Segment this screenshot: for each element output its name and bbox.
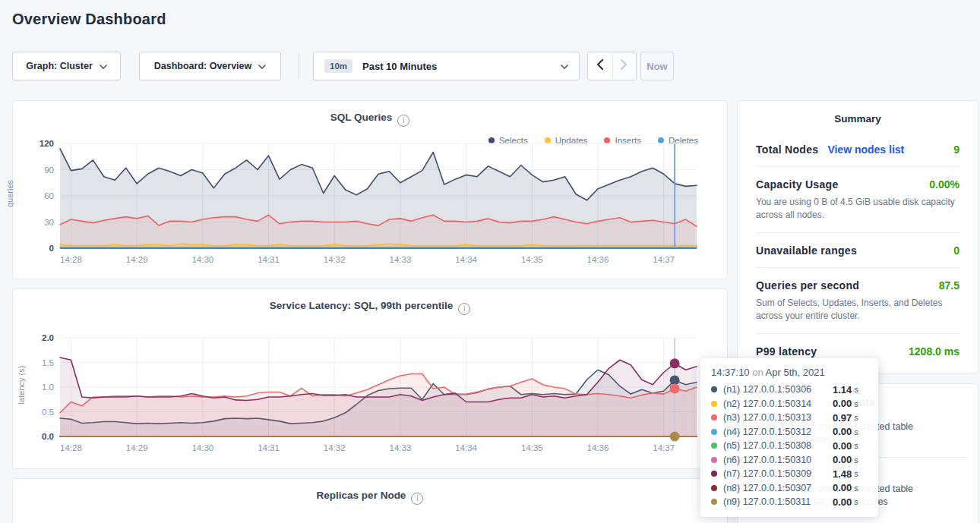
- svg-text:14:28: 14:28: [60, 443, 82, 452]
- series-dot-icon: [711, 471, 717, 477]
- summary-row-value: 87.5: [939, 279, 959, 291]
- tooltip-node-label: (n2) 127.0.0.1:50314: [723, 399, 833, 409]
- summary-row: Unavailable ranges0: [756, 232, 959, 267]
- tooltip-node-unit: s: [854, 413, 858, 422]
- summary-row-label: Queries per second: [756, 279, 859, 291]
- svg-text:0.5: 0.5: [42, 408, 54, 417]
- replicas-per-node-panel: Replicas per Nodei: [12, 478, 728, 523]
- summary-row-label: Total Nodes: [756, 143, 818, 156]
- summary-row-value: 9: [953, 143, 959, 156]
- tooltip-node-unit: s: [854, 399, 858, 408]
- svg-text:30: 30: [44, 218, 54, 227]
- svg-text:14:30: 14:30: [191, 443, 213, 452]
- series-dot-icon: [711, 429, 717, 435]
- tooltip-node-unit: s: [854, 427, 858, 436]
- summary-row: Queries per second87.5Sum of Selects, Up…: [756, 267, 959, 333]
- tooltip-node-value: 0.00: [833, 440, 852, 452]
- tooltip-row: (n9) 127.0.0.1:503110.00s: [711, 495, 868, 509]
- tooltip-row: (n5) 127.0.0.1:503080.00s: [711, 439, 868, 453]
- tooltip-node-label: (n6) 127.0.0.1:50310: [723, 455, 833, 465]
- now-button[interactable]: Now: [640, 52, 674, 80]
- info-icon[interactable]: i: [397, 115, 409, 127]
- series-dot-icon: [711, 414, 717, 421]
- chevron-down-icon: [561, 59, 568, 73]
- tooltip-row: (n6) 127.0.0.1:503100.00s: [711, 453, 868, 468]
- tooltip-row: (n8) 127.0.0.1:503070.00s: [711, 481, 868, 496]
- series-dot-icon: [711, 443, 717, 449]
- info-icon[interactable]: i: [411, 493, 423, 505]
- chevron-down-icon: [258, 59, 266, 73]
- tooltip-row: (n1) 127.0.0.1:503061.14s: [711, 383, 868, 397]
- chevron-left-icon: [596, 59, 603, 73]
- tooltip-node-label: (n9) 127.0.0.1:50311: [723, 496, 833, 507]
- page-title: Overview Dashboard: [12, 11, 166, 28]
- svg-text:2.0: 2.0: [42, 333, 54, 342]
- tooltip-node-label: (n8) 127.0.0.1:50307: [723, 483, 833, 493]
- svg-text:14:34: 14:34: [455, 255, 477, 264]
- sql-queries-panel: SQL Queriesi SelectsUpdatesInsertsDelete…: [12, 100, 728, 279]
- view-nodes-list-link[interactable]: View nodes list: [827, 143, 904, 156]
- svg-text:14:31: 14:31: [258, 255, 280, 264]
- sql-y-axis-label: queries: [5, 180, 14, 207]
- service-latency-title: Service Latency: SQL, 99th percentile: [270, 300, 454, 311]
- svg-text:14:35: 14:35: [521, 255, 543, 264]
- summary-row-description: Sum of Selects, Updates, Inserts, and De…: [756, 297, 959, 323]
- summary-row-label: Unavailable ranges: [756, 244, 857, 257]
- tooltip-row: (n3) 127.0.0.1:503130.97s: [711, 411, 868, 425]
- chart-hover-tooltip: 14:37:10 on Apr 5th, 2021 (n1) 127.0.0.1…: [700, 358, 878, 517]
- dashboard-dropdown-label: Dashboard: Overview: [154, 61, 252, 71]
- svg-text:0.0: 0.0: [42, 432, 54, 441]
- tooltip-node-unit: s: [854, 469, 858, 478]
- tooltip-node-label: (n4) 127.0.0.1:50312: [723, 427, 833, 437]
- svg-text:14:29: 14:29: [126, 443, 148, 452]
- tooltip-node-label: (n7) 127.0.0.1:50309: [723, 468, 833, 479]
- dashboard-dropdown[interactable]: Dashboard: Overview: [139, 52, 281, 80]
- tooltip-timestamp: 14:37:10 on Apr 5th, 2021: [711, 367, 868, 378]
- svg-text:1.5: 1.5: [42, 358, 54, 367]
- graph-dropdown-label: Graph: Cluster: [26, 61, 93, 71]
- tooltip-node-value: 0.97: [833, 412, 852, 424]
- prev-interval-button[interactable]: [588, 52, 612, 80]
- summary-row-value: 1208.0 ms: [909, 345, 959, 358]
- svg-text:14:32: 14:32: [324, 255, 346, 264]
- svg-text:14:37: 14:37: [653, 443, 675, 452]
- svg-text:14:31: 14:31: [258, 443, 280, 452]
- time-range-selector[interactable]: 10m Past 10 Minutes: [313, 52, 580, 80]
- svg-text:14:34: 14:34: [455, 443, 477, 452]
- tooltip-node-value: 0.00: [833, 482, 852, 493]
- series-dot-icon: [711, 386, 717, 392]
- series-dot-icon: [711, 499, 717, 505]
- service-latency-chart[interactable]: 14:2814:2914:3014:3114:3214:3314:3414:35…: [24, 329, 716, 456]
- time-window-badge: 10m: [324, 59, 352, 73]
- summary-row-description: You are using 0 B of 4.5 GiB usable disk…: [756, 196, 959, 222]
- sql-queries-chart[interactable]: 14:2814:2914:3014:3114:3214:3314:3414:35…: [24, 134, 716, 268]
- svg-text:60: 60: [44, 191, 54, 200]
- svg-text:14:29: 14:29: [126, 255, 148, 264]
- summary-row: Capacity Usage0.00%You are using 0 B of …: [756, 166, 959, 232]
- tooltip-node-unit: s: [854, 484, 858, 493]
- replicas-title-row: Replicas per Nodei: [13, 490, 727, 505]
- svg-text:14:32: 14:32: [324, 443, 346, 452]
- svg-text:0: 0: [49, 244, 54, 253]
- summary-row-value: 0.00%: [929, 178, 959, 191]
- time-window-label: Past 10 Minutes: [362, 61, 437, 72]
- tooltip-node-label: (n5) 127.0.0.1:50308: [723, 440, 833, 451]
- summary-row-label: P99 latency: [756, 345, 817, 358]
- tooltip-row: (n7) 127.0.0.1:503091.48s: [711, 467, 868, 481]
- series-dot-icon: [711, 401, 717, 407]
- tooltip-node-value: 0.00: [833, 426, 852, 437]
- tooltip-node-value: 1.48: [833, 468, 852, 480]
- svg-text:14:33: 14:33: [390, 443, 412, 452]
- svg-text:1.0: 1.0: [42, 383, 54, 392]
- summary-title: Summary: [738, 101, 978, 132]
- sql-queries-title: SQL Queries: [330, 112, 393, 123]
- service-latency-title-row: Service Latency: SQL, 99th percentilei: [13, 300, 727, 315]
- next-interval-button[interactable]: [612, 52, 637, 80]
- graph-dropdown[interactable]: Graph: Cluster: [12, 52, 121, 80]
- svg-text:14:35: 14:35: [521, 443, 543, 452]
- info-icon[interactable]: i: [458, 303, 470, 315]
- tooltip-row: (n4) 127.0.0.1:503120.00s: [711, 425, 868, 440]
- tooltip-node-value: 0.00: [833, 496, 852, 508]
- tooltip-node-label: (n1) 127.0.0.1:50306: [723, 384, 833, 395]
- summary-row-label: Capacity Usage: [756, 178, 838, 191]
